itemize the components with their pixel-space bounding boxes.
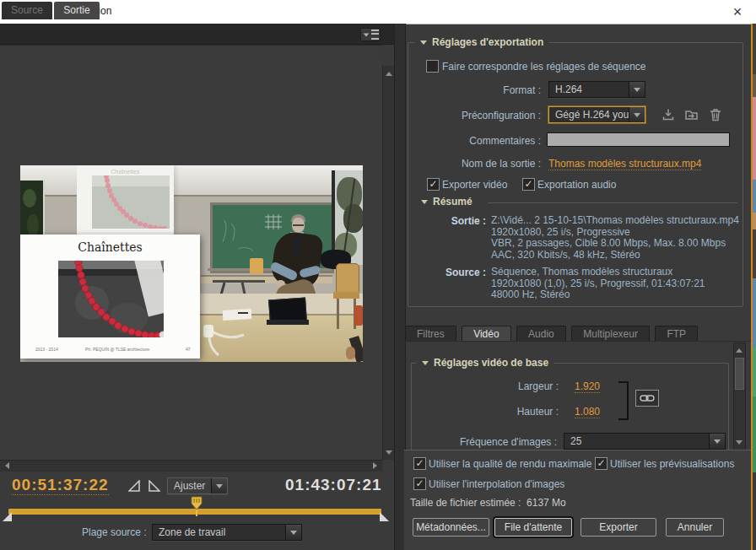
- output-name-label: Nom de la sortie :: [404, 158, 541, 170]
- frame-interpolation-label: Utiliser l'interpolation d'images: [429, 478, 564, 490]
- export-audio-checkbox[interactable]: ✓: [522, 178, 535, 191]
- scene-cables: [200, 321, 267, 362]
- export-button[interactable]: Exporter: [580, 518, 656, 537]
- trash-icon: [710, 108, 721, 121]
- slide-title: Chaînettes: [20, 240, 200, 254]
- chevron-down-icon: [285, 525, 301, 540]
- slide-footer-right: 47: [186, 347, 191, 352]
- tab-video[interactable]: Vidéo: [462, 326, 510, 342]
- cancel-button[interactable]: Annuler: [666, 518, 724, 537]
- scrollbar-thumb[interactable]: [735, 358, 744, 390]
- frame-interpolation-checkbox[interactable]: ✓: [413, 477, 426, 490]
- tab-audio[interactable]: Audio: [516, 326, 566, 342]
- match-sequence-checkbox[interactable]: [426, 60, 439, 73]
- scroll-down-icon[interactable]: [734, 437, 744, 447]
- scene-pen: [238, 312, 248, 314]
- projected-slide-photo: [92, 175, 170, 229]
- range-end-handle[interactable]: [379, 511, 390, 522]
- metadata-button[interactable]: Métadonnées...: [413, 518, 489, 537]
- scene-projection-screen: Chaînettes: [77, 165, 174, 240]
- tabbar-divider: [404, 341, 751, 342]
- summary-source-lines: Séquence, Thomas modèles structuraux 192…: [491, 267, 744, 301]
- preview-hscrollbar[interactable]: [0, 460, 382, 472]
- scroll-up-icon[interactable]: [734, 345, 744, 355]
- slide-footer-center: Ph. PEQUIN @ TLSE architecture: [71, 347, 164, 352]
- source-range-dropdown[interactable]: Zone de travail: [152, 524, 302, 541]
- export-settings-header[interactable]: Réglages d'exportation: [415, 36, 548, 48]
- settings-scrollbar[interactable]: [733, 342, 746, 451]
- slide-overlay: Chaînettes 2013 - 2014 Ph. PEQUIN @ TLSE…: [20, 235, 200, 359]
- scroll-up-icon[interactable]: [384, 68, 394, 78]
- comments-input[interactable]: [547, 132, 730, 147]
- preview-tabbar: [0, 24, 395, 45]
- disclosure-triangle-icon: [421, 200, 428, 204]
- export-video-checkbox[interactable]: ✓: [427, 178, 440, 191]
- save-preset-icon: [662, 108, 675, 121]
- delete-preset-button[interactable]: [707, 108, 724, 121]
- format-dropdown[interactable]: H.264: [548, 81, 645, 98]
- preview-viewport: Chaînettes: [0, 45, 382, 461]
- max-quality-label: Utiliser la qualité de rendu maximale: [429, 458, 591, 470]
- range-start-handle[interactable]: [2, 511, 13, 522]
- scene-red-bag: [354, 305, 363, 326]
- scene-chair-seat: [333, 292, 359, 299]
- use-previews-label: Utiliser les prévisualisations: [610, 458, 734, 470]
- scene-bucket: [250, 258, 263, 274]
- presenter-glasses: [293, 224, 304, 226]
- estimated-size: Taille de fichier estimée : 6137 Mo: [410, 497, 566, 509]
- scene-student-hand: [346, 347, 355, 359]
- framerate-dropdown[interactable]: 25: [564, 433, 726, 450]
- video-settings-header[interactable]: Réglages vidéo de base: [417, 357, 554, 369]
- width-label: Largeur :: [404, 380, 559, 392]
- disclosure-triangle-icon: [422, 361, 429, 365]
- export-video-label: Exporter vidéo: [442, 179, 507, 191]
- tab-filtres[interactable]: Filtres: [405, 326, 456, 342]
- chevron-down-icon: [211, 478, 227, 493]
- import-preset-button[interactable]: [683, 108, 700, 121]
- dialog-titlebar: [0, 0, 756, 24]
- dimension-bracket: [618, 381, 629, 420]
- summary-header[interactable]: Résumé: [416, 196, 478, 208]
- max-quality-checkbox[interactable]: ✓: [413, 457, 426, 470]
- duration-timecode: 01:43:07:21: [285, 476, 382, 494]
- slide-photo: [58, 261, 164, 337]
- table-frame: [213, 280, 265, 283]
- scene-chair-leg: [337, 299, 339, 329]
- out-point-icon[interactable]: [148, 480, 160, 492]
- match-sequence-label: Faire correspondre les réglages de séque…: [442, 61, 645, 73]
- chevron-down-icon: [629, 107, 645, 122]
- height-value[interactable]: 1.080: [575, 406, 600, 418]
- summary-output-lines: Z:\Vidé... 2 15-10-15\Thomas modèles str…: [491, 215, 744, 261]
- bead-curve: [58, 261, 164, 337]
- output-name-link[interactable]: Thomas modèles structuraux.mp4: [548, 158, 701, 170]
- scroll-right-icon[interactable]: [370, 461, 380, 471]
- preview-vscrollbar[interactable]: [382, 66, 395, 460]
- tab-source[interactable]: Source: [2, 2, 52, 19]
- current-timecode[interactable]: 00:51:37:22: [12, 476, 109, 495]
- import-preset-icon: [684, 108, 699, 121]
- link-dimensions-button[interactable]: [635, 390, 659, 407]
- close-icon[interactable]: ×: [727, 2, 748, 22]
- tab-ftp[interactable]: FTP: [655, 326, 698, 342]
- scroll-down-icon[interactable]: [384, 447, 394, 457]
- tab-multiplexeur[interactable]: Multiplexeur: [571, 326, 650, 342]
- in-point-icon[interactable]: [128, 480, 140, 492]
- background-app-edge: [751, 24, 756, 550]
- queue-button[interactable]: File d'attente: [494, 518, 572, 537]
- preview-zoom-dropdown[interactable]: Ajuster: [167, 477, 228, 494]
- summary-rule: [488, 202, 737, 203]
- tab-sortie[interactable]: Sortie: [54, 2, 100, 19]
- scene-chair-back: [336, 263, 359, 295]
- preset-dropdown[interactable]: Gégé H.264 you...: [548, 106, 645, 123]
- width-value[interactable]: 1.920: [575, 380, 600, 393]
- playhead[interactable]: [191, 496, 202, 511]
- chevron-down-icon: [709, 434, 725, 449]
- panel-menu-icon[interactable]: [360, 28, 381, 41]
- save-preset-button[interactable]: [660, 108, 677, 121]
- projected-bead-curve: [92, 175, 170, 229]
- export-settings-dialog: Réglages d'exportation × Source Sortie M…: [0, 0, 756, 550]
- estimated-size-label: Taille de fichier estimée :: [410, 497, 521, 509]
- use-previews-checkbox[interactable]: ✓: [595, 457, 608, 470]
- chain-link-icon: [640, 394, 655, 402]
- scroll-left-icon[interactable]: [2, 461, 12, 471]
